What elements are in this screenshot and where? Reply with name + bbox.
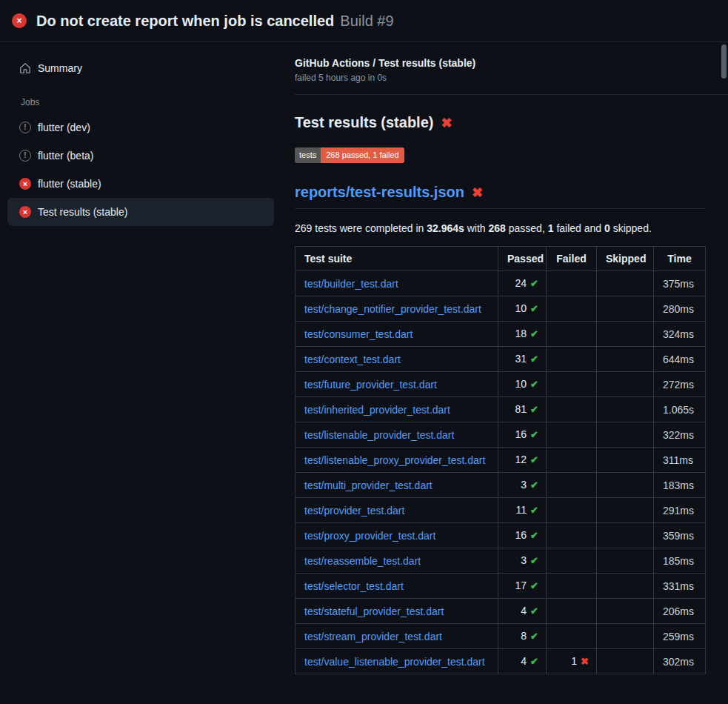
table-row: test/inherited_provider_test.dart 81✔ 1.… [295, 397, 706, 422]
suite-link[interactable]: test/stream_provider_test.dart [304, 631, 442, 642]
suite-cell: test/builder_test.dart [295, 271, 498, 296]
failed-cell [547, 574, 597, 599]
time-cell: 359ms [654, 523, 706, 548]
table-row: test/builder_test.dart 24✔ 375ms [295, 271, 706, 296]
summary-text: skipped. [610, 222, 652, 234]
job-label: Test results (stable) [38, 206, 127, 218]
failed-cell [547, 347, 597, 372]
failed-cell [547, 523, 597, 548]
skipped-cell [597, 624, 654, 649]
suite-cell: test/listenable_proxy_provider_test.dart [295, 448, 498, 473]
check-icon: ✔ [530, 530, 538, 541]
check-icon: ✔ [530, 429, 538, 440]
skipped-cell [597, 649, 654, 674]
alert-circle-icon: ! [19, 150, 31, 162]
suite-link[interactable]: test/context_test.dart [304, 353, 401, 365]
suite-link[interactable]: test/builder_test.dart [304, 278, 398, 290]
x-circle-icon: × [19, 206, 31, 218]
passed-cell: 16✔ [498, 422, 547, 448]
table-row: test/context_test.dart 31✔ 644ms [295, 347, 706, 372]
check-icon: ✔ [530, 303, 538, 314]
suite-cell: test/stream_provider_test.dart [295, 624, 498, 649]
count: 4 [521, 605, 527, 617]
table-row: test/consumer_test.dart 18✔ 324ms [295, 322, 706, 347]
skipped-cell [597, 322, 654, 347]
suite-link[interactable]: test/value_listenable_provider_test.dart [304, 656, 485, 668]
job-item[interactable]: × Test results (stable) [7, 198, 274, 226]
suite-link[interactable]: test/multi_provider_test.dart [304, 479, 433, 491]
skipped-cell [597, 397, 654, 422]
table-row: test/proxy_provider_test.dart 16✔ 359ms [295, 523, 706, 548]
check-icon: ✔ [530, 379, 538, 390]
suite-link[interactable]: test/selector_test.dart [304, 580, 404, 592]
passed-cell: 10✔ [498, 296, 547, 322]
suite-cell: test/future_provider_test.dart [295, 372, 498, 397]
suite-cell: test/consumer_test.dart [295, 322, 498, 347]
suite-cell: test/listenable_provider_test.dart [295, 422, 498, 448]
count: 10 [515, 302, 527, 314]
suite-link[interactable]: test/reassemble_test.dart [304, 555, 421, 567]
tests-badge: tests 268 passed, 1 failed [295, 147, 404, 163]
failed-cell [547, 498, 597, 523]
suite-link[interactable]: test/inherited_provider_test.dart [304, 404, 450, 416]
time-cell: 302ms [654, 649, 706, 674]
suite-cell: test/multi_provider_test.dart [295, 473, 498, 498]
job-item[interactable]: ! flutter (dev) [7, 113, 274, 142]
suite-link[interactable]: test/proxy_provider_test.dart [304, 530, 435, 542]
count: 16 [515, 529, 527, 541]
column-header: Skipped [597, 247, 654, 271]
suite-cell: test/provider_test.dart [295, 498, 498, 523]
failed-cell [547, 322, 597, 347]
suite-link[interactable]: test/future_provider_test.dart [304, 379, 437, 391]
failed-cell [547, 599, 597, 624]
run-header: × Do not create report when job is cance… [0, 0, 728, 42]
skipped-cell [597, 523, 654, 548]
sidebar-item-summary[interactable]: Summary [7, 56, 274, 81]
passed-cell: 3✔ [498, 473, 547, 498]
x-icon: ✖ [581, 656, 589, 667]
suite-link[interactable]: test/stateful_provider_test.dart [304, 605, 444, 617]
suite-link[interactable]: test/listenable_proxy_provider_test.dart [304, 454, 485, 466]
table-row: test/change_notifier_provider_test.dart … [295, 296, 706, 322]
check-icon: ✔ [530, 454, 538, 465]
suite-cell: test/change_notifier_provider_test.dart [295, 296, 498, 322]
failed-cell [547, 397, 597, 422]
time-cell: 206ms [654, 599, 706, 624]
job-item[interactable]: × flutter (stable) [7, 170, 274, 198]
report-file-link[interactable]: reports/test-results.json [295, 184, 464, 201]
skipped-cell [597, 422, 654, 448]
summary-duration: 32.964s [427, 222, 464, 234]
passed-cell: 81✔ [498, 397, 547, 422]
suite-link[interactable]: test/change_notifier_provider_test.dart [304, 303, 481, 315]
divider [295, 94, 728, 95]
check-icon: ✔ [530, 479, 538, 491]
skipped-cell [597, 498, 654, 523]
suite-link[interactable]: test/provider_test.dart [304, 505, 404, 517]
count: 16 [515, 428, 527, 440]
suite-link[interactable]: test/listenable_provider_test.dart [304, 429, 454, 441]
job-item[interactable]: ! flutter (beta) [7, 142, 274, 170]
table-row: test/listenable_proxy_provider_test.dart… [295, 448, 706, 473]
run-meta: failed 5 hours ago in 0s [295, 73, 705, 83]
suite-cell: test/stateful_provider_test.dart [295, 599, 498, 624]
count: 8 [521, 630, 527, 642]
time-cell: 291ms [654, 498, 706, 523]
suite-cell: test/reassemble_test.dart [295, 548, 498, 574]
results-table: Test suitePassedFailedSkippedTime test/b… [295, 246, 706, 674]
table-row: test/reassemble_test.dart 3✔ 185ms [295, 548, 706, 574]
table-row: test/listenable_provider_test.dart 16✔ 3… [295, 422, 706, 448]
summary-text: with [464, 222, 489, 234]
time-cell: 331ms [654, 574, 706, 599]
suite-link[interactable]: test/consumer_test.dart [304, 328, 413, 340]
count: 31 [515, 353, 527, 365]
jobs-list: ! flutter (dev) ! flutter (beta) × flutt… [7, 113, 274, 226]
check-icon: ✔ [530, 631, 538, 642]
tests-summary-line: 269 tests were completed in 32.964s with… [295, 222, 705, 234]
skipped-cell [597, 473, 654, 498]
breadcrumb: GitHub Actions / Test results (stable) [295, 57, 705, 69]
time-cell: 259ms [654, 624, 706, 649]
scrollbar-thumb[interactable] [721, 44, 727, 79]
count: 3 [521, 479, 527, 491]
results-table-body: test/builder_test.dart 24✔ 375ms test/ch… [295, 271, 706, 674]
table-row: test/stream_provider_test.dart 8✔ 259ms [295, 624, 706, 649]
